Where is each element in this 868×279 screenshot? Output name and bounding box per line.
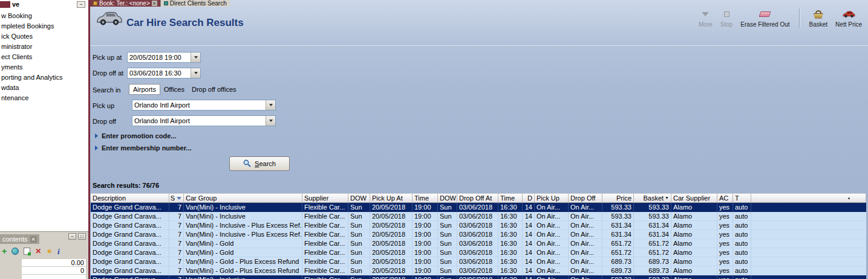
column-header[interactable]: Price (602, 193, 634, 203)
sidebar-item-direct-clients[interactable]: ect Clients (0, 52, 88, 62)
erase-filtered-out-button[interactable]: Erase Filtered Out (740, 9, 789, 28)
star-icon[interactable]: ★ (46, 248, 53, 255)
close-icon[interactable]: ✕ (152, 1, 157, 6)
globe-icon[interactable] (11, 248, 19, 255)
minimize-icon[interactable]: − (68, 233, 76, 240)
cell: 14 (523, 212, 535, 220)
more-label: More (699, 21, 713, 28)
result-row[interactable]: Dodge Grand Carava...7Van(Mini) - GoldFl… (91, 248, 866, 257)
result-row[interactable]: Dodge Grand Carava...7Van(Mini) - Gold -… (91, 257, 866, 266)
column-header[interactable]: Car Supplier (671, 193, 717, 203)
cell: 20/05/2018 (370, 275, 413, 279)
cell: 651.72 (602, 239, 634, 248)
dropoff-at-field[interactable]: 03/06/2018 16:30 (127, 68, 201, 79)
column-header[interactable]: Pick Up (535, 193, 569, 203)
result-row[interactable]: Dodge Grand Carava...7Van(Mini) - Inclus… (91, 275, 866, 279)
cell: On Air... (569, 203, 602, 211)
promotion-code-expander[interactable]: Enter promotion code... (95, 132, 176, 140)
cell: yes (717, 248, 733, 257)
column-header[interactable]: D (523, 193, 535, 203)
contents-tab[interactable]: contents ✕ (0, 234, 39, 244)
dropdown-button[interactable] (191, 53, 200, 62)
contents-fields: 0.00 0 (22, 259, 86, 279)
pickup-airport-select[interactable]: Orlando Intl Airport (132, 100, 276, 111)
tab-airports[interactable]: Airports (129, 84, 160, 95)
column-header[interactable]: Description (91, 193, 169, 203)
column-header[interactable]: T (733, 193, 751, 203)
column-header[interactable]: Car Group (184, 193, 302, 203)
pickup-at-value[interactable]: 20/05/2018 19:00 (128, 53, 191, 62)
pickup-at-field[interactable]: 20/05/2018 19:00 (127, 52, 201, 63)
cell: Dodge Grand Carava... (91, 275, 169, 279)
column-header[interactable]: Drop Off (569, 193, 602, 203)
cell: yes (717, 212, 733, 220)
results-table: DescriptionSCar GroupSupplierDOWPick Up … (91, 193, 866, 279)
add-icon[interactable]: + (2, 248, 7, 255)
dropdown-button[interactable] (266, 100, 275, 110)
result-row[interactable]: Dodge Grand Carava...7Van(Mini) - GoldFl… (91, 239, 866, 248)
nett-price-button[interactable]: Nett Price (835, 9, 862, 28)
pickup-airport-value[interactable]: Orlando Intl Airport (132, 100, 266, 110)
dropoff-airport-select[interactable]: Orlando Intl Airport (132, 115, 276, 126)
column-header[interactable]: DOW (438, 193, 457, 203)
close-icon[interactable]: ✕ (30, 236, 37, 243)
amount-field[interactable]: 0.00 (22, 259, 86, 267)
basket-button[interactable]: Basket (809, 9, 828, 28)
search-button[interactable]: Search (229, 156, 290, 171)
cell: 19:00 (413, 203, 438, 211)
cell: On Air... (569, 221, 602, 229)
sidebar-item-quick-quotes[interactable]: ick Quotes (0, 31, 88, 42)
result-row[interactable]: Dodge Grand Carava...7Van(Mini) - Inclus… (91, 221, 866, 230)
sidebar-item-rawdata[interactable]: wdata (0, 83, 88, 93)
info-icon[interactable]: i (57, 248, 60, 255)
column-header[interactable]: Drop Off At (457, 193, 498, 203)
pickup-label: Pick up (93, 102, 114, 109)
column-header[interactable]: Supplier (302, 193, 348, 203)
tab-dropoff-offices[interactable]: Drop off offices (188, 85, 240, 94)
sidebar-item-payments[interactable]: yments (0, 62, 88, 72)
cell: 16:30 (498, 266, 523, 275)
dropoff-at-value[interactable]: 03/06/2018 16:30 (128, 68, 191, 78)
column-header[interactable]: Pick Up At (370, 193, 413, 203)
stop-button[interactable]: Stop (720, 9, 733, 28)
sidebar-item-maintenance[interactable]: ntenance (0, 93, 88, 103)
cell: 7 (169, 212, 184, 220)
sidebar-item-new-booking[interactable]: w Booking (0, 11, 88, 21)
column-header[interactable]: S (169, 193, 184, 203)
sidebar-item-reporting[interactable]: porting and Analytics (0, 72, 88, 83)
column-chooser-icon[interactable] (848, 197, 850, 199)
count-field[interactable]: 0 (22, 267, 86, 275)
cell: 19:00 (413, 239, 438, 248)
cell: 7 (169, 257, 184, 266)
dropoff-airport-value[interactable]: Orlando Intl Airport (132, 116, 266, 126)
maximize-icon[interactable]: □ (78, 233, 86, 240)
column-header[interactable]: Basket▼ (634, 193, 671, 203)
tab-offices[interactable]: Offices (160, 85, 188, 94)
cell: On Air... (535, 248, 569, 257)
empty-field[interactable] (22, 275, 86, 279)
filter-icon[interactable] (177, 197, 181, 200)
tab-direct-clients-search[interactable]: Direct Clients Search (160, 0, 230, 7)
result-row[interactable]: Dodge Grand Carava...7Van(Mini) - Inclus… (91, 203, 866, 212)
cell: Sun (438, 212, 457, 220)
column-header[interactable]: Time (498, 193, 523, 203)
dropdown-button[interactable] (191, 68, 200, 78)
cell-filler (751, 248, 866, 257)
column-header[interactable]: AC (717, 193, 733, 203)
cell: Sun (348, 266, 370, 275)
membership-number-expander[interactable]: Enter membership number... (95, 144, 192, 152)
result-row[interactable]: Dodge Grand Carava...7Van(Mini) - Inclus… (91, 230, 866, 239)
sidebar-item-administrator[interactable]: ministrator (0, 42, 88, 52)
result-row[interactable]: Dodge Grand Carava...7Van(Mini) - Inclus… (91, 212, 866, 221)
result-row[interactable]: Dodge Grand Carava...7Van(Mini) - Gold -… (91, 266, 866, 275)
paste-icon[interactable] (24, 248, 30, 255)
dropdown-button[interactable] (266, 116, 275, 126)
more-button[interactable]: More (699, 9, 713, 28)
column-header[interactable]: Time (413, 193, 438, 203)
tab-book[interactable]: Book: Ter.: <none> ✕ (90, 0, 160, 7)
sidebar-header: ve − (0, 0, 88, 8)
sidebar-item-completed-bookings[interactable]: mpleted Bookings (0, 21, 88, 31)
collapse-icon[interactable]: − (77, 1, 85, 8)
column-header[interactable]: DOW (348, 193, 370, 203)
delete-icon[interactable]: ✕ (35, 248, 41, 255)
